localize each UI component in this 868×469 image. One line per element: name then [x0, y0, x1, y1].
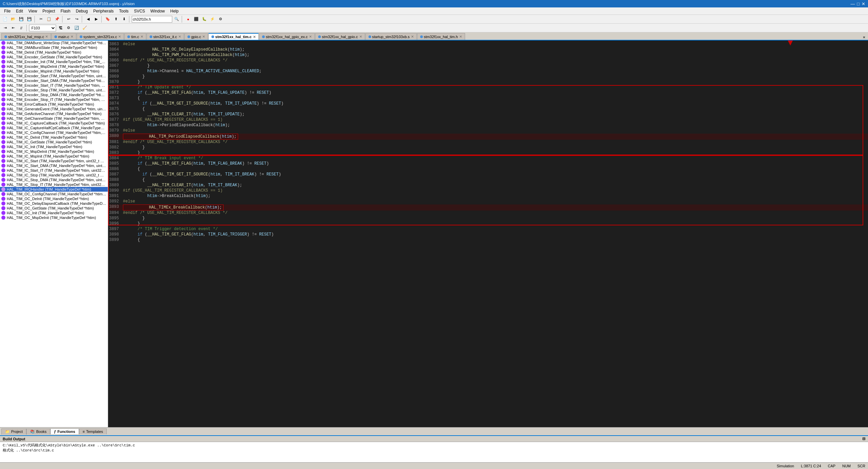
stop-button[interactable]: ⬛ [193, 16, 200, 23]
function-item-32[interactable]: HAL_TIM_OC_ConfigChannel (TIM_HandleType… [0, 192, 108, 196]
function-item-13[interactable]: HAL_TIM_ErrorCallback (TIM_HandleTypeDef… [0, 102, 108, 107]
function-item-6[interactable]: HAL_TIM_Encoder_MspInit (TIM_HandleTypeD… [0, 69, 108, 74]
editor-tab-9[interactable]: startup_stm32f103xb.s✕ [365, 33, 417, 40]
line-content[interactable]: } [122, 63, 868, 68]
editor-tab-8[interactable]: stm32f1xx_hal_gpio.c✕ [315, 33, 365, 40]
line-content[interactable]: } [122, 221, 868, 226]
function-item-22[interactable]: HAL_TIM_IC_Init (TIM_HandleTypeDef *htim… [0, 144, 108, 149]
line-content[interactable]: /* TIM Update event */ [122, 85, 868, 90]
line-content[interactable]: } [122, 145, 868, 150]
function-item-7[interactable]: HAL_TIM_Encoder_Start (TIM_HandleTypeDef… [0, 74, 108, 78]
build-target-button[interactable]: 🏗 [57, 24, 64, 32]
line-content[interactable]: if (__HAL_TIM_GET_IT_SOURCE(htim, TIM_IT… [122, 101, 868, 106]
function-item-17[interactable]: HAL_TIM_IC_CaptureCallback (TIM_HandleTy… [0, 121, 108, 126]
paste-button[interactable]: 📌 [53, 16, 61, 23]
close-tab-group-button[interactable]: ✕ [862, 35, 867, 40]
function-item-24[interactable]: HAL_TIM_IC_MspInit (TIM_HandleTypeDef *h… [0, 154, 108, 159]
line-content[interactable]: __HAL_TIM_CLEAR_IT(htim, TIM_IT_UPDATE); [122, 112, 868, 117]
menu-item-edit[interactable]: Edit [13, 8, 26, 14]
bottom-tab-templates[interactable]: ≡Templates [79, 429, 107, 434]
search-button[interactable]: 🔍 [173, 16, 180, 23]
editor-tab-3[interactable]: tim.c✕ [124, 33, 146, 40]
undo-button[interactable]: ↩ [65, 16, 72, 23]
line-content[interactable]: #endif /* USE_HAL_TIM_REGISTER_CALLBACKS… [122, 140, 868, 144]
editor-tab-7[interactable]: stm32f1xx_hal_gpio_ex.c✕ [259, 33, 315, 40]
save-all-button[interactable]: 💾 [26, 16, 33, 23]
line-content[interactable]: HAL_TIMEx_BreakCallback(htim); [122, 204, 868, 211]
function-item-9[interactable]: HAL_TIM_Encoder_Start_IT (TIM_HandleType… [0, 83, 108, 88]
function-item-36[interactable]: HAL_TIM_OC_Init (TIM_HandleTypeDef *htim… [0, 211, 108, 215]
function-item-15[interactable]: HAL_TIM_GetActiveChannel (TIM_HandleType… [0, 111, 108, 116]
menu-item-help[interactable]: Help [168, 8, 181, 14]
window-controls[interactable]: — □ ✕ [850, 1, 865, 6]
function-item-19[interactable]: HAL_TIM_IC_ConfigChannel (TIM_HandleType… [0, 130, 108, 135]
editor-tab-5[interactable]: gpio.c✕ [184, 33, 208, 40]
function-item-2[interactable]: HAL_TIM_DeInit (TIM_HandleTypeDef *htim) [0, 50, 108, 55]
function-item-35[interactable]: HAL_TIM_OC_GetState (TIM_HandleTypeDef *… [0, 206, 108, 211]
target-options-button[interactable]: ⚙ [65, 24, 72, 32]
run-button[interactable]: ● [184, 16, 192, 23]
bookmark-prev-button[interactable]: ⬆ [112, 16, 120, 23]
rebuild-button[interactable]: 🔄 [73, 24, 80, 32]
line-content[interactable]: #if (USE_HAL_TIM_REGISTER_CALLBACKS == 1… [122, 188, 868, 193]
line-content[interactable]: #else [122, 199, 868, 204]
function-item-25[interactable]: HAL_TIM_IC_Start (TIM_HandleTypeDef *hti… [0, 159, 108, 163]
menu-item-file[interactable]: File [1, 8, 13, 14]
function-item-5[interactable]: HAL_TIM_Encoder_MspDeInit (TIM_HandleTyp… [0, 64, 108, 69]
function-item-1[interactable]: HAL_TIM_DMABurstState (TIM_HandleTypeDef… [0, 45, 108, 50]
line-content[interactable]: /* TIM Break input event */ [122, 156, 868, 161]
search-input[interactable] [132, 16, 172, 23]
outdent-button[interactable]: ⇤ [9, 24, 17, 32]
line-content[interactable]: } [122, 150, 868, 155]
line-content[interactable]: { [122, 96, 868, 101]
line-content[interactable]: HAL_TIM_PeriodElapsedCallback(htim); [122, 134, 868, 140]
line-content[interactable]: } [122, 74, 868, 79]
menu-item-flash[interactable]: Flash [58, 8, 73, 14]
editor-tab-4[interactable]: stm32f1xx_it.c✕ [147, 33, 184, 40]
indent-button[interactable]: ⇥ [1, 24, 9, 32]
flash-button[interactable]: ⚡ [209, 16, 216, 23]
line-content[interactable]: htim->BreakCallback(htim); [122, 194, 868, 198]
line-content[interactable]: { [122, 177, 868, 182]
open-button[interactable]: 📂 [9, 16, 17, 23]
line-content[interactable]: #if (USE_HAL_TIM_REGISTER_CALLBACKS == 1… [122, 117, 868, 122]
menu-item-project[interactable]: Project [40, 8, 58, 14]
comment-button[interactable]: // [18, 24, 25, 32]
code-editor[interactable]: 3863#else3864 HAL_TIM_OC_DelayElapsedCal… [108, 40, 868, 427]
minimize-button[interactable]: — [850, 1, 855, 6]
function-item-21[interactable]: HAL_TIM_IC_GetState (TIM_HandleTypeDef *… [0, 140, 108, 144]
menu-item-tools[interactable]: Tools [117, 8, 131, 14]
build-collapse-icon[interactable]: ⊟ [862, 437, 865, 441]
line-content[interactable]: __HAL_TIM_CLEAR_IT(htim, TIM_IT_BREAK); [122, 183, 868, 188]
line-content[interactable]: htim->Channel = HAL_TIM_ACTIVE_CHANNEL_C… [122, 69, 868, 74]
editor-tab-10[interactable]: stm32f1xx_hal_tim.h✕ [417, 33, 465, 40]
line-content[interactable]: #endif /* USE_HAL_TIM_REGISTER_CALLBACKS… [122, 211, 868, 215]
function-item-18[interactable]: HAL_TIM_IC_CaptureHalfCptCallback (TIM_H… [0, 126, 108, 130]
menu-item-view[interactable]: View [26, 8, 40, 14]
line-content[interactable]: { [122, 167, 868, 171]
bottom-tab-books[interactable]: 📚Books [26, 429, 50, 435]
function-item-16[interactable]: HAL_TIM_GetChannelState (TIM_HandleTypeD… [0, 116, 108, 121]
line-content[interactable]: } [122, 80, 868, 84]
bottom-tab-project[interactable]: 📁Project [1, 429, 26, 435]
function-item-11[interactable]: HAL_TIM_Encoder_Stop_DMA (TIM_HandleType… [0, 92, 108, 97]
function-item-34[interactable]: HAL_TIM_OC_DelayElapsedCallback (TIM_Han… [0, 201, 108, 206]
editor-tab-0[interactable]: stm32f1xx_hal_msp.c✕ [1, 33, 51, 40]
function-item-27[interactable]: HAL_TIM_IC_Start_IT (TIM_HandleTypeDef *… [0, 168, 108, 173]
menu-item-svcs[interactable]: SVCS [131, 8, 148, 14]
line-content[interactable]: if (__HAL_TIM_GET_FLAG(htim, TIM_FLAG_UP… [122, 90, 868, 95]
redo-button[interactable]: ↪ [73, 16, 80, 23]
function-item-20[interactable]: HAL_TIM_IC_DeInit (TIM_HandleTypeDef *ht… [0, 135, 108, 140]
save-button[interactable]: 💾 [18, 16, 25, 23]
function-item-30[interactable]: HAL_TIM_IC_Stop_IT (TIM_HandleTypeDef *h… [0, 182, 108, 187]
code-content[interactable]: 3863#else3864 HAL_TIM_OC_DelayElapsedCal… [108, 40, 868, 427]
function-item-26[interactable]: HAL_TIM_IC_Start_DMA (TIM_HandleTypeDef … [0, 163, 108, 168]
menu-item-window[interactable]: Window [148, 8, 168, 14]
function-item-31[interactable]: HAL_TIM_IRQHandler (TIM_HandleTypeDef *h… [0, 187, 108, 192]
line-content[interactable]: /* TIM Trigger detection event */ [122, 227, 868, 231]
editor-tab-2[interactable]: system_stm32f1xx.c✕ [77, 33, 124, 40]
close-button[interactable]: ✕ [862, 1, 865, 6]
line-content[interactable]: HAL_TIM_OC_DelayElapsedCallback(htim); [122, 47, 868, 52]
function-item-8[interactable]: HAL_TIM_Encoder_Start_DMA (TIM_HandleTyp… [0, 78, 108, 83]
function-item-4[interactable]: HAL_TIM_Encoder_Init (TIM_HandleTypeDef … [0, 59, 108, 64]
